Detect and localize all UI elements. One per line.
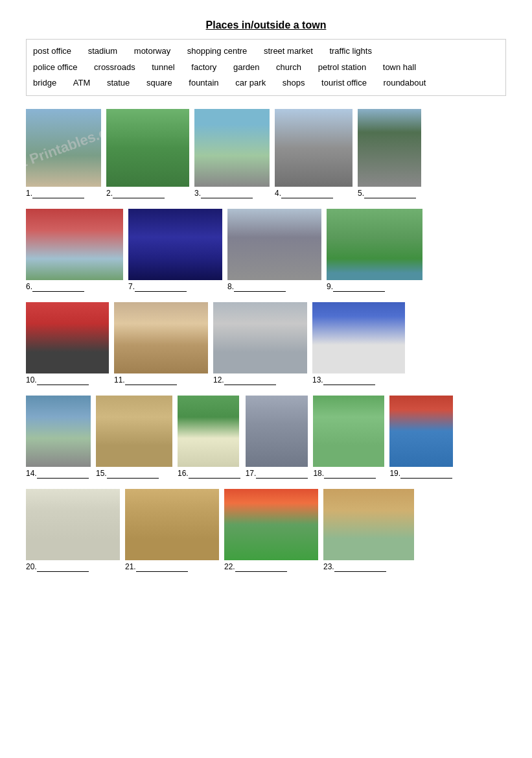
image-1: ESL Printables.com: [26, 109, 101, 187]
cell-3: 3.: [194, 109, 270, 198]
image-12: [213, 302, 307, 373]
cell-15: 15.: [96, 396, 172, 479]
cell-16: 16.: [178, 396, 240, 479]
image-7: [128, 209, 222, 280]
image-row-1: ESL Printables.com 1. 2. 3. 4. 5.: [26, 109, 506, 198]
label-12: 12.: [213, 375, 276, 385]
word-town-hall: town hall: [383, 60, 416, 76]
cell-6: 6.: [26, 209, 123, 292]
label-4: 4.: [275, 189, 333, 198]
watermark: ESL Printables.com: [26, 117, 101, 179]
image-14: [26, 396, 91, 467]
cell-4: 4.: [275, 109, 353, 198]
word-atm: ATM: [73, 75, 90, 91]
label-7: 7.: [128, 282, 187, 292]
exercise-grid: ESL Printables.com 1. 2. 3. 4. 5.: [26, 109, 506, 576]
cell-10: 10.: [26, 302, 109, 385]
image-13: [312, 302, 405, 373]
word-tunnel: tunnel: [152, 60, 174, 76]
image-4: [275, 109, 353, 187]
cell-20: 20.: [26, 489, 120, 572]
word-post-office: post office: [33, 43, 71, 60]
cell-21: 21.: [125, 489, 219, 572]
word-statue: statue: [107, 75, 130, 91]
image-row-4: 14. 15. 16. 17. 18. 19.: [26, 396, 506, 479]
word-bank-row1: post office stadium motorway shopping ce…: [33, 43, 499, 60]
label-14: 14.: [26, 469, 89, 479]
image-5: [358, 109, 421, 187]
image-10: [26, 302, 109, 373]
label-16: 16.: [178, 469, 240, 479]
word-fountain: fountain: [189, 75, 218, 91]
word-shopping-centre: shopping centre: [187, 43, 248, 60]
label-3: 3.: [194, 189, 253, 198]
image-3: [194, 109, 270, 187]
image-19: [389, 396, 453, 467]
label-20: 20.: [26, 562, 89, 572]
label-5: 5.: [358, 189, 416, 198]
word-church: church: [276, 60, 301, 76]
label-1: 1.: [26, 189, 84, 198]
image-6: [26, 209, 123, 280]
word-bank-row3: bridge ATM statue square fountain car pa…: [33, 75, 499, 91]
cell-8: 8.: [227, 209, 321, 292]
image-18: [313, 396, 384, 467]
image-9: [327, 209, 422, 280]
label-11: 11.: [114, 375, 177, 385]
cell-13: 13.: [312, 302, 405, 385]
cell-19: 19.: [389, 396, 453, 479]
cell-11: 11.: [114, 302, 208, 385]
label-21: 21.: [125, 562, 188, 572]
image-row-3: 10. 11. 12. 13.: [26, 302, 506, 385]
image-22: [224, 489, 318, 560]
image-8: [227, 209, 321, 280]
image-17: [246, 396, 308, 467]
label-10: 10.: [26, 375, 89, 385]
word-bank: post office stadium motorway shopping ce…: [26, 39, 506, 96]
image-16: [178, 396, 239, 467]
word-tourist-office: tourist office: [321, 75, 367, 91]
page-title: Places in/outside a town: [26, 19, 506, 31]
cell-1: ESL Printables.com 1.: [26, 109, 101, 198]
word-car-park: car park: [235, 75, 266, 91]
image-21: [125, 489, 219, 560]
word-stadium: stadium: [88, 43, 118, 60]
cell-18: 18.: [313, 396, 384, 479]
label-23: 23.: [323, 562, 386, 572]
word-bridge: bridge: [33, 75, 56, 91]
label-6: 6.: [26, 282, 84, 292]
cell-23: 23.: [323, 489, 414, 572]
word-petrol-station: petrol station: [318, 60, 366, 76]
cell-5: 5.: [358, 109, 421, 198]
cell-17: 17.: [246, 396, 308, 479]
word-street-market: street market: [264, 43, 313, 60]
image-row-5: 20. 21. 22. 23.: [26, 489, 506, 572]
cell-14: 14.: [26, 396, 91, 479]
image-2: [106, 109, 189, 187]
label-15: 15.: [96, 469, 159, 479]
label-9: 9.: [327, 282, 385, 292]
label-17: 17.: [246, 469, 308, 479]
word-factory: factory: [191, 60, 216, 76]
word-motorway: motorway: [134, 43, 170, 60]
cell-9: 9.: [327, 209, 422, 292]
word-roundabout: roundabout: [384, 75, 426, 91]
image-23: [323, 489, 414, 560]
word-shops: shops: [283, 75, 305, 91]
label-18: 18.: [313, 469, 376, 479]
label-8: 8.: [227, 282, 286, 292]
word-traffic-lights: traffic lights: [329, 43, 372, 60]
image-15: [96, 396, 172, 467]
label-19: 19.: [389, 469, 452, 479]
cell-22: 22.: [224, 489, 318, 572]
word-police-office: police office: [33, 60, 77, 76]
cell-7: 7.: [128, 209, 222, 292]
word-bank-row2: police office crossroads tunnel factory …: [33, 60, 499, 76]
image-row-2: 6. 7. 8. 9.: [26, 209, 506, 292]
word-crossroads: crossroads: [94, 60, 135, 76]
cell-12: 12.: [213, 302, 307, 385]
image-11: [114, 302, 208, 373]
label-13: 13.: [312, 375, 375, 385]
cell-2: 2.: [106, 109, 189, 198]
word-garden: garden: [233, 60, 259, 76]
